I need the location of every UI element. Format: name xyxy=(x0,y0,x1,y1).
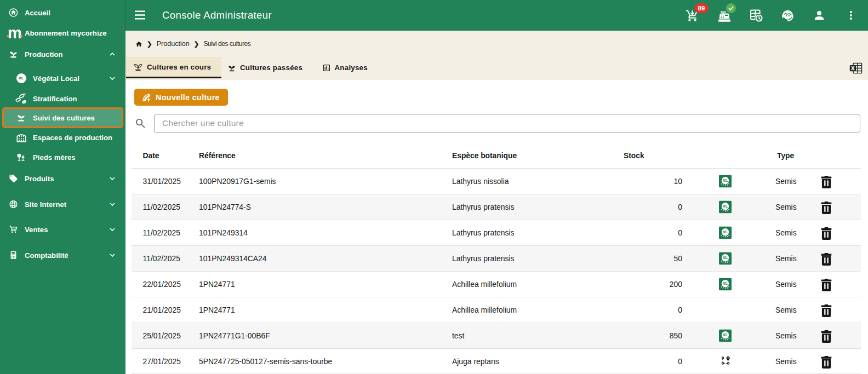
svg-text:VL: VL xyxy=(723,256,728,260)
svg-text:VL: VL xyxy=(723,333,728,337)
svg-text:VL: VL xyxy=(723,179,728,182)
svg-text:VL: VL xyxy=(723,204,728,208)
svg-text:VL: VL xyxy=(723,281,728,285)
svg-text:VL: VL xyxy=(723,230,728,234)
